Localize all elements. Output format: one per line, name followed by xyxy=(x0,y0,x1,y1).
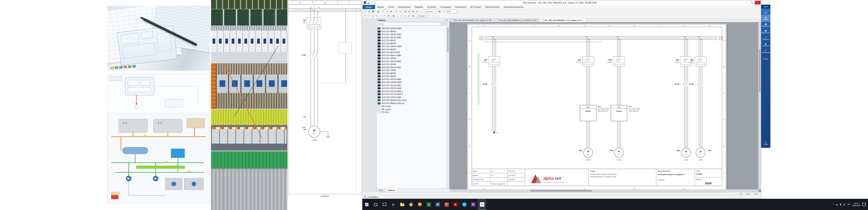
arc-icon[interactable] xyxy=(383,14,386,18)
panel-menu-icon[interactable]: ▾ xyxy=(445,19,446,21)
symbol-item[interactable]: 6ES7431-1KF10-0AB0-1 xyxy=(377,90,446,93)
open-icon[interactable] xyxy=(367,10,371,13)
file-menu-exit[interactable]: Έξοδος xyxy=(761,140,770,146)
taskbar-chrome[interactable] xyxy=(407,199,415,210)
taskbar-acrobat[interactable]: A xyxy=(451,199,460,210)
file-menu-save-as[interactable]: Αποθήκευση ως xyxy=(761,28,770,35)
taskbar-edge[interactable]: e xyxy=(389,199,398,210)
dock-tab-symbols[interactable]: Σύμβολα xyxy=(385,188,397,192)
task-view-button[interactable] xyxy=(380,199,389,210)
rectangle-icon[interactable] xyxy=(375,14,379,18)
wire-3phase-icon[interactable] xyxy=(400,14,403,18)
ribbon-tab[interactable]: Αρχική xyxy=(375,5,386,9)
symbol-item[interactable]: 6ES7132-1BH10-0XB0 xyxy=(377,45,446,48)
new-icon[interactable] xyxy=(363,10,367,13)
ribbon-tab[interactable]: Electrical Extensions xyxy=(502,5,526,9)
panel-close-icon[interactable]: ✕ xyxy=(446,19,448,21)
ribbon-tab[interactable]: Λειτουργίες xyxy=(438,5,453,9)
ribbon-tab[interactable]: Γενικά xyxy=(386,5,396,9)
line-width-combo[interactable]: 0.25▾ xyxy=(446,10,458,13)
drawing-canvas[interactable]: 0 1 2 3 4 5 6 7 8 9 0 2 4 xyxy=(450,22,761,192)
symbol-item[interactable]: 6ES7421-1BL00-0AA0 xyxy=(377,84,446,87)
text-icon[interactable] xyxy=(386,14,391,18)
select-icon[interactable] xyxy=(363,14,367,18)
grid-size-combo[interactable]: 5.00 mm▾ xyxy=(425,10,437,13)
symbol-item[interactable]: 6ES7431-1KF10-0AB0-2 xyxy=(377,93,446,96)
symbol-item[interactable]: 6ES7972-0BA30-0XA0 Down xyxy=(377,99,446,102)
taskbar-excel[interactable]: X xyxy=(424,199,433,210)
language-indicator[interactable]: ΕΛ xyxy=(847,204,850,206)
ribbon-tab[interactable]: Προβολή xyxy=(412,5,425,9)
grid-toggle-icon[interactable] xyxy=(438,10,441,13)
symbol-item[interactable]: 6ES7972-0BA30-0XA0 Up xyxy=(377,102,446,105)
symbol-item[interactable]: 6ES7422-1BH10-0AA0 xyxy=(377,87,446,90)
symbol-item[interactable]: 6ES7321-1BH00 xyxy=(377,57,446,60)
taskbar-word[interactable]: W xyxy=(433,199,442,210)
maximize-button[interactable]: ❐ xyxy=(749,1,755,4)
filter-apply-icon[interactable]: ▼ xyxy=(441,22,444,26)
file-menu-new[interactable]: Νέο xyxy=(761,8,770,15)
circle-icon[interactable] xyxy=(379,14,383,18)
file-menu-info[interactable]: Πληροφορίες xyxy=(761,48,770,54)
file-menu-print[interactable]: Εκτύπωση xyxy=(761,41,770,48)
print-icon[interactable] xyxy=(376,10,380,13)
symbol-item[interactable]: 6ES7131-1BL10-0XB0 xyxy=(377,36,446,39)
taskbar-file-explorer[interactable] xyxy=(398,199,407,210)
close-button[interactable]: ✕ xyxy=(755,1,761,4)
symbol-filter-input[interactable] xyxy=(377,22,440,26)
minimize-button[interactable]: – xyxy=(743,1,749,4)
symbol-item[interactable]: 6ES7322-1BH00 xyxy=(377,63,446,66)
symbol-item[interactable]: 6ES7323-1BH00 xyxy=(377,75,446,78)
network-icon[interactable] xyxy=(843,204,846,205)
paste-icon[interactable] xyxy=(389,10,393,13)
line-icon[interactable] xyxy=(367,14,371,18)
symbol-item[interactable]: 6ES7322-8BF00 xyxy=(377,72,446,75)
taskbar-skype[interactable]: S xyxy=(460,199,469,210)
taskbar-see-electrical[interactable]: see xyxy=(477,199,487,210)
action-center-icon[interactable] xyxy=(862,203,866,206)
symbol-item[interactable]: 6ES7144-0K00-0XB0 xyxy=(377,51,446,54)
symbol-item[interactable]: 6ES7133-0BH00 xyxy=(377,48,446,51)
taskbar-onenote[interactable]: N xyxy=(469,199,477,210)
layer-combo[interactable]: Επίπεδο 0▾ xyxy=(417,14,429,18)
dock-tab-project[interactable]: Έργο xyxy=(376,188,385,192)
symbol-item[interactable]: 6ES7432-1HF00-0AB0 xyxy=(377,96,446,99)
volume-icon[interactable] xyxy=(840,204,841,205)
file-menu-options[interactable]: Επιλογές xyxy=(761,54,770,61)
symbol-item[interactable]: 6ES7131-0BL00 xyxy=(377,39,446,42)
symbol-icon[interactable] xyxy=(392,14,396,18)
ribbon-tab-file[interactable]: Αρχείο xyxy=(363,5,375,9)
undo-toolbar-icon[interactable] xyxy=(395,10,398,13)
cable-icon[interactable] xyxy=(403,14,407,18)
clock[interactable]: 16:20 19/9/2019 xyxy=(852,202,860,207)
ribbon-tab[interactable]: Κυκλώματα xyxy=(453,5,468,9)
search-button[interactable] xyxy=(371,199,380,210)
cut-icon[interactable] xyxy=(381,10,385,13)
symbol-item[interactable]: 6ES7332-5HD00-0AB0 xyxy=(377,81,446,84)
ribbon-tab[interactable]: 3D Έλεγχοι xyxy=(468,5,483,9)
symbol-item[interactable]: 6ES7314-5AE01-0AB0 xyxy=(377,54,446,57)
vertical-scrollbar[interactable] xyxy=(758,22,761,189)
taskbar-powerpoint[interactable]: P xyxy=(442,199,451,210)
redo-icon[interactable] xyxy=(374,2,376,4)
save-file-icon[interactable] xyxy=(371,10,375,13)
file-menu-save[interactable]: Αποθήκευση xyxy=(761,22,770,28)
symbol-item[interactable]: AA module xyxy=(377,105,446,108)
file-menu-open[interactable]: Άνοιγμα xyxy=(761,15,770,22)
file-menu-recent[interactable]: Πρόσφατα xyxy=(761,35,770,41)
document-tab-2[interactable]: 632_289_2532 ΜΙΝΩΙΚΗ_Α.Ε. Στιγμας CF 600… xyxy=(495,18,540,22)
redo-toolbar-icon[interactable] xyxy=(398,10,402,13)
cloud-icon[interactable]: ☁ xyxy=(835,203,838,206)
hidden-icons-chevron[interactable]: ^ xyxy=(833,203,834,206)
measure-icon[interactable] xyxy=(431,14,435,18)
ribbon-tab[interactable]: Προσθ.Εντολές xyxy=(483,5,502,9)
symbol-item[interactable]: CP 441-1 xyxy=(377,111,446,114)
document-tab-3-active[interactable]: 632_289_2532 ΜΙΝΩΙΚΗ_Α.Ε. Στιγμας CF 600… xyxy=(540,18,585,22)
symbol-item[interactable]: 6ES7131-1BH10-0XB0 xyxy=(377,33,446,36)
symbol-item[interactable]: 6ES7322-1HF00 xyxy=(377,69,446,72)
ribbon-tab[interactable]: Σχεδίαση xyxy=(425,5,438,9)
snap-toggle-icon[interactable] xyxy=(441,10,445,13)
symbol-item[interactable]: 6ES7131-0BH00 xyxy=(377,30,446,33)
symbol-item[interactable]: 6ES7321-1BL00-0AA0 xyxy=(377,60,446,63)
black-box-icon[interactable] xyxy=(411,14,415,18)
